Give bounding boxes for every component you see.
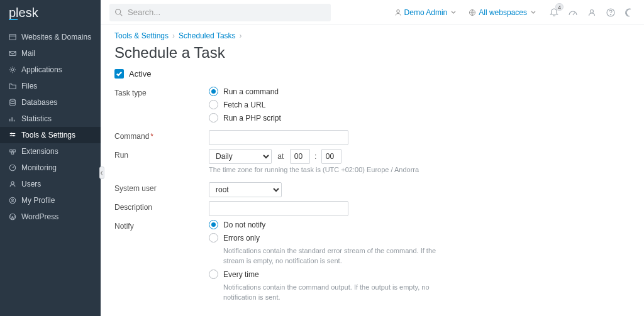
- active-label: Active: [129, 69, 151, 79]
- database-icon: [9, 99, 16, 106]
- sidebar-item-files[interactable]: Files: [0, 78, 101, 94]
- user-icon: [394, 9, 402, 16]
- window-icon: [9, 33, 16, 41]
- chevron-left-icon: [100, 170, 104, 176]
- notify-every-label: Every time: [223, 270, 259, 279]
- puzzle-icon: [9, 148, 16, 155]
- sidebar-item-websites-domains[interactable]: Websites & Domains: [0, 29, 101, 45]
- notify-errors-radio[interactable]: [209, 233, 218, 242]
- profile-icon: [9, 197, 16, 204]
- run-frequency-select[interactable]: Daily: [209, 149, 272, 164]
- sidebar-item-wordpress[interactable]: WordPress: [0, 209, 101, 225]
- subscriptions-menu[interactable]: All webspaces: [465, 4, 540, 21]
- sidebar-item-label: Users: [21, 180, 41, 188]
- help-button[interactable]: [605, 7, 616, 18]
- folder-icon: [9, 82, 16, 90]
- window-icon: [9, 33, 16, 41]
- run-label: Run: [114, 149, 209, 160]
- svg-point-4: [10, 99, 16, 101]
- admin-label: Demo Admin: [404, 8, 448, 17]
- command-input[interactable]: [209, 130, 348, 145]
- svg-point-23: [396, 9, 399, 13]
- svg-point-3: [11, 68, 13, 70]
- sidebar-item-label: Databases: [21, 98, 57, 107]
- svg-point-10: [11, 133, 12, 134]
- sidebar-item-label: Statistics: [21, 114, 52, 123]
- sidebar-collapse-handle[interactable]: [99, 166, 104, 179]
- breadcrumb-tools[interactable]: Tools & Settings: [114, 31, 169, 40]
- description-input[interactable]: [209, 201, 348, 216]
- globe-icon: [469, 9, 476, 16]
- sidebar-item-label: Tools & Settings: [21, 131, 75, 139]
- sliders-icon: [9, 131, 16, 139]
- theme-button[interactable]: [624, 7, 635, 18]
- mail-icon: [9, 50, 16, 57]
- gear-icon: [9, 66, 16, 74]
- sidebar-item-tools-settings[interactable]: Tools & Settings: [0, 127, 101, 143]
- notif-badge: 4: [555, 3, 564, 11]
- brand-logo[interactable]: plesk: [0, 0, 101, 25]
- svg-point-19: [11, 199, 13, 201]
- notify-every-radio[interactable]: [209, 270, 218, 279]
- help-icon: [606, 8, 616, 18]
- gear-icon: [9, 66, 16, 74]
- breadcrumb: Tools & Settings › Scheduled Tasks ›: [114, 31, 630, 40]
- monitor-icon: [9, 164, 16, 172]
- puzzle-icon: [9, 148, 16, 155]
- wordpress-icon: [9, 213, 16, 221]
- svg-point-17: [11, 182, 14, 184]
- search-box[interactable]: [109, 4, 331, 21]
- sidebar-item-users[interactable]: Users: [0, 176, 101, 192]
- active-checkbox[interactable]: [114, 69, 124, 79]
- sidebar-item-mail[interactable]: Mail: [0, 45, 101, 62]
- svg-line-16: [13, 166, 14, 168]
- svg-point-26: [591, 9, 594, 13]
- search-input[interactable]: [126, 7, 326, 18]
- run-at-label: at: [277, 152, 284, 161]
- sidebar-item-applications[interactable]: Applications: [0, 62, 101, 78]
- sidebar-item-label: Monitoring: [21, 163, 57, 172]
- sliders-icon: [9, 131, 16, 139]
- sidebar: plesk Websites & DomainsMailApplications…: [0, 0, 101, 316]
- content: Tools & Settings › Scheduled Tasks › Sch…: [101, 25, 644, 316]
- page-title: Schedule a Task: [114, 44, 630, 62]
- database-icon: [9, 99, 16, 106]
- svg-line-25: [573, 13, 575, 15]
- sidebar-item-my-profile[interactable]: My Profile: [0, 192, 101, 209]
- run-hour-input[interactable]: [290, 149, 310, 164]
- task-type-php-radio[interactable]: [209, 113, 218, 123]
- sidebar-item-label: Files: [21, 82, 37, 90]
- account-button[interactable]: [586, 7, 597, 18]
- notify-none-radio[interactable]: [209, 220, 218, 229]
- sidebar-item-monitoring[interactable]: Monitoring: [0, 160, 101, 176]
- gauge-icon: [568, 8, 578, 18]
- breadcrumb-scheduled[interactable]: Scheduled Tasks: [179, 31, 236, 40]
- breadcrumb-sep: ›: [240, 31, 242, 40]
- user-icon: [9, 180, 16, 188]
- profile-icon: [9, 197, 16, 204]
- sidebar-item-extensions[interactable]: Extensions: [0, 143, 101, 160]
- moon-icon: [625, 8, 635, 18]
- sidebar-item-statistics[interactable]: Statistics: [0, 111, 101, 127]
- sidebar-item-label: Mail: [21, 49, 35, 58]
- speed-button[interactable]: [567, 7, 579, 18]
- sidebar-item-databases[interactable]: Databases: [0, 94, 101, 111]
- monitor-icon: [9, 164, 16, 172]
- admin-menu[interactable]: Demo Admin: [391, 4, 460, 21]
- svg-rect-2: [9, 52, 16, 56]
- system-user-label: System user: [114, 182, 209, 193]
- notifications-button[interactable]: 4: [548, 7, 560, 18]
- task-type-command-radio[interactable]: [209, 87, 218, 96]
- stats-icon: [9, 115, 16, 123]
- chevron-down-icon: [531, 10, 536, 15]
- chevron-down-icon: [451, 10, 456, 15]
- user-icon: [587, 8, 597, 18]
- main-area: Demo Admin All webspaces 4: [101, 0, 644, 316]
- sidebar-item-label: Applications: [21, 65, 62, 74]
- notify-every-help: Notifications contain the command output…: [223, 283, 456, 302]
- run-minute-input[interactable]: [321, 149, 341, 164]
- svg-point-21: [116, 9, 121, 14]
- task-type-url-radio[interactable]: [209, 100, 218, 109]
- system-user-select[interactable]: root: [209, 182, 282, 197]
- user-icon: [9, 180, 16, 188]
